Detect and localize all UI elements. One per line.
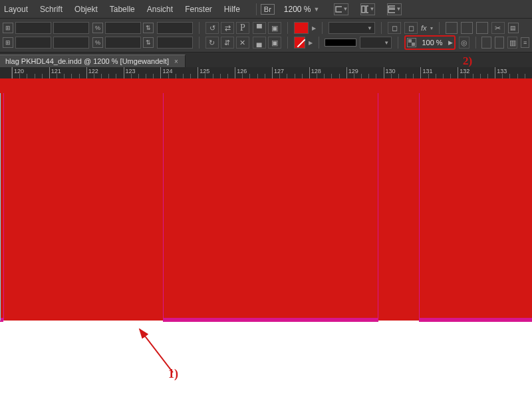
workspace-button[interactable]: ▼ [387,3,402,15]
zoom-level-dropdown[interactable]: 1200 % ▼ [284,5,320,14]
scale-x-field[interactable] [105,22,141,34]
p-glyph-icon[interactable]: P [236,22,249,34]
guide-line[interactable] [0,93,1,321]
control-row-1: ⊞ % ⇅ ↺ ⇄ P ▀ ▣ ▶ ▼ ◻ ◻ fx ▾ [3,21,529,35]
stroke-weight-select[interactable]: ▼ [329,22,375,34]
separator [199,37,200,49]
corner-none-icon[interactable]: ◻ [388,22,401,34]
rotate-cw-icon[interactable]: ↻ [205,37,219,49]
document-tab-strip: hlag PKHDL44_de.indd @ 1200 % [Umgewande… [0,53,532,67]
ruler-tick: 128 [309,67,310,79]
menu-objekt[interactable]: Objekt [74,5,98,14]
align-top-icon[interactable]: ▀ [253,22,266,34]
opacity-value: 100 % [418,39,446,47]
shear-field[interactable] [157,37,193,49]
svg-rect-1 [362,6,365,13]
main-menubar: Layout Schrift Objekt Tabelle Ansicht Fe… [0,0,532,19]
ruler-tick: 131 [420,67,421,79]
clear-transform-icon[interactable]: ✕ [236,37,249,49]
w-field[interactable] [53,22,89,34]
corner-round-icon[interactable]: ◻ [404,22,418,34]
reference-point-icon[interactable]: ⊞ [3,23,13,33]
menu-ansicht[interactable]: Ansicht [147,5,173,14]
horizontal-ruler[interactable]: 1201211221231241251261271281291301311321… [0,67,532,79]
red-frame-object[interactable] [0,78,532,321]
h-field[interactable] [53,37,89,49]
rotate-ccw-icon[interactable]: ↺ [205,22,219,34]
fit-content-icon[interactable]: ▣ [268,22,281,34]
chevron-down-icon: ▼ [370,6,375,12]
scale-icon[interactable]: % [92,37,103,48]
separator [319,37,319,49]
effects-button[interactable]: fx [421,24,427,32]
group-icon[interactable]: ▥ [507,37,518,49]
separator [287,22,288,34]
menu-layout[interactable]: Layout [4,5,28,14]
margin-guide [163,93,164,321]
menu-fenster[interactable]: Fenster [185,5,212,14]
stroke-style-select[interactable]: ▼ [360,37,392,49]
link-icon[interactable]: ⇅ [143,23,154,33]
svg-line-7 [140,329,173,372]
ruler-corner[interactable] [0,67,12,79]
y-field[interactable] [15,37,51,49]
svg-rect-5 [408,39,412,43]
svg-rect-6 [412,43,415,46]
chevron-right-icon[interactable]: ▶ [448,39,453,46]
ruler-track: 1201211221231241251261271281291301311321… [12,67,532,79]
text-wrap-column-icon[interactable] [495,37,504,49]
flip-h-icon[interactable]: ⇄ [221,22,234,34]
annotation-label-1: 1) [168,367,178,381]
separator [322,22,323,34]
fill-swatch[interactable] [294,22,309,34]
position-group: ⊞ [3,22,89,34]
arrange-icon [361,5,368,14]
ruler-tick: 123 [124,67,124,79]
effects-menu-icon[interactable]: ▾ [430,25,433,31]
opacity-control[interactable]: 100 % ▶ [404,35,456,50]
chevron-right-icon[interactable]: ▶ [312,25,316,31]
chevron-down-icon: ▼ [314,6,320,13]
screen-mode-button[interactable]: ▼ [334,3,348,15]
scale-icon[interactable]: % [92,23,103,33]
close-icon[interactable]: × [174,58,178,65]
fit-frame-icon[interactable]: ▣ [268,37,281,49]
more-options-icon[interactable]: ▤ [508,23,519,33]
x-field[interactable] [15,22,51,34]
chevron-down-icon: ▼ [343,6,348,12]
screen-mode-icon [334,5,341,14]
reference-point-icon[interactable]: ⊞ [3,37,13,48]
menu-tabelle[interactable]: Tabelle [110,5,135,14]
separator [199,22,200,34]
chevron-right-icon[interactable]: ▶ [309,40,313,46]
flip-v-icon[interactable]: ⇵ [221,37,234,49]
margin-guide [378,93,378,321]
rotate-field[interactable] [157,22,193,34]
stroke-style-swatch[interactable] [325,39,356,47]
shape-tools: ↺ ⇄ P [205,22,249,34]
text-wrap-none-icon[interactable] [446,22,458,34]
link-icon[interactable]: ⇅ [143,37,154,48]
margin-guide [419,93,420,321]
stroke-swatch[interactable] [294,37,305,49]
panel-menu-icon[interactable]: ≡ [521,37,529,48]
scale-y-field[interactable] [105,37,141,49]
bridge-badge[interactable]: Br [261,4,275,15]
menubar-divider [256,3,257,15]
arrange-button[interactable]: ▼ [360,3,375,15]
menu-hilfe[interactable]: Hilfe [224,5,240,14]
chevron-down-icon: ▼ [367,25,372,31]
document-tab[interactable]: hlag PKHDL44_de.indd @ 1200 % [Umgewande… [0,55,186,67]
ruler-tick: 129 [346,67,347,79]
ruler-tick: 133 [495,67,495,79]
document-tab-title: hlag PKHDL44_de.indd @ 1200 % [Umgewande… [5,57,169,65]
menu-schrift[interactable]: Schrift [40,5,63,14]
document-canvas[interactable] [0,78,532,399]
drop-shadow-icon[interactable]: ◎ [459,37,469,49]
svg-rect-2 [366,6,368,13]
text-wrap-jump-icon[interactable] [481,37,491,49]
text-wrap-shape-icon[interactable] [476,22,488,34]
align-bottom-icon[interactable]: ▄ [253,37,266,49]
text-wrap-bounding-icon[interactable] [461,22,473,34]
crop-icon[interactable]: ✂ [491,22,505,34]
